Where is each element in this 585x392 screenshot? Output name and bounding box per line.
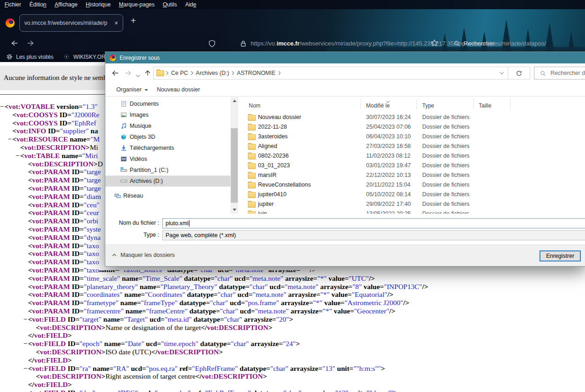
file-row[interactable]: Aligned27/03/2023 16:58Dossier de fichie… — [243, 142, 585, 151]
xml-text: /> — [369, 274, 375, 282]
organize-button[interactable]: Organiser — [116, 86, 148, 93]
search-label[interactable]: Rechercher — [464, 40, 494, 47]
new-tab-button[interactable]: + — [131, 16, 136, 26]
sidebar-item-objets-3d[interactable]: Objets 3D — [105, 131, 230, 142]
tab-close-icon[interactable]: × — [115, 19, 118, 27]
breadcrumb-item[interactable]: Archives (D:) — [196, 70, 229, 76]
bookmark-star-icon[interactable] — [430, 39, 438, 49]
collapse-toggle-icon[interactable]: − — [0, 102, 5, 111]
search-icon[interactable] — [453, 40, 460, 49]
file-name: Nouveau dossier — [258, 114, 301, 120]
sidebar-item-r-seau[interactable]: Réseau — [105, 190, 230, 201]
lock-icon[interactable] — [240, 40, 247, 49]
xml-tag: vot:PARAM — [32, 184, 70, 192]
sidebar-item-t-l-chargements[interactable]: Téléchargements — [105, 142, 230, 153]
file-row[interactable]: 2022-11-2825/04/2023 07:06Dossier de fic… — [243, 122, 585, 132]
breadcrumb-item[interactable]: ASTRONOMIE — [237, 70, 275, 76]
firefox-icon[interactable] — [6, 18, 15, 28]
collapse-toggle-icon[interactable]: − — [16, 152, 20, 160]
bookmark-wikisky[interactable]: WIKISKY.ORG — [73, 54, 109, 60]
dialog-titlebar[interactable]: Enregistrer sous — [105, 52, 585, 63]
bookmark-most-visited[interactable]: Les plus visités — [16, 54, 53, 60]
menu-item-aide[interactable]: Aide — [185, 1, 196, 8]
xml-text: = — [350, 307, 354, 315]
cube-icon — [120, 134, 127, 140]
xml-text: < — [20, 152, 24, 159]
filetype-select[interactable]: Page web, complète (*.xml) — [162, 230, 585, 240]
xml-text: < — [28, 307, 32, 315]
sidebar-item-vid-os[interactable]: Vidéos — [105, 153, 230, 165]
file-type: Dossier de fichiers — [422, 143, 470, 149]
breadcrumb[interactable]: Ce PCArchives (D:)ASTRONOMIE — [153, 67, 508, 80]
xml-attr-name: ID — [66, 364, 75, 372]
menu-item-marquepages[interactable]: Marque-pages — [119, 1, 155, 8]
xml-line: −<vot:FIELD ID="dec" name="DEC" ucd="pos… — [0, 389, 585, 392]
xml-tag: vot:INFO — [17, 127, 46, 135]
sidebar-scrollbar[interactable] — [230, 97, 238, 214]
url-text[interactable]: https://vo.imcce.fr/webservices/miriade/… — [251, 40, 546, 47]
collapse-toggle-icon[interactable]: − — [23, 389, 28, 392]
collapse-toggle-icon[interactable]: − — [23, 315, 28, 324]
file-row[interactable]: marsIR22/12/2022 10:13Dossier de fichier… — [243, 170, 585, 180]
browser-tab[interactable]: vo.imcce.fr/webservices/miriade/p × — [19, 14, 123, 32]
collapse-toggle-icon[interactable]: − — [8, 135, 12, 143]
xml-attr-name: ID — [70, 168, 80, 176]
column-header-taille[interactable]: Taille — [479, 102, 491, 109]
sidebar-item-musique[interactable]: Musique — [105, 120, 230, 131]
back-icon[interactable] — [10, 40, 18, 49]
file-row[interactable]: 0802-2023611/02/2023 08:12Dossier de fic… — [243, 151, 585, 161]
menu-item-historique[interactable]: Historique — [86, 1, 111, 8]
xml-attr-name: ref — [191, 389, 201, 392]
doc-icon — [120, 101, 127, 107]
sidebar-item-archives-d-[interactable]: Archives (D:) — [105, 176, 230, 187]
dialog-back-icon[interactable] — [111, 69, 119, 79]
folder-icon — [248, 115, 256, 121]
breadcrumb-dropdown-icon[interactable] — [499, 71, 504, 75]
hide-folders-button[interactable]: Masquer les dossiers — [112, 252, 175, 258]
file-row[interactable]: juin13/05/2022 20:25Dossier de fichiers — [243, 209, 585, 214]
xml-attr-value: "Planetary_Theory" — [161, 283, 218, 290]
column-separator — [417, 99, 417, 109]
menu-item-outils[interactable]: Outils — [163, 1, 177, 8]
xml-attr-value: "target" — [80, 315, 102, 323]
file-row[interactable]: jupiter041005/10/2022 08:14Dossier de fi… — [243, 190, 585, 199]
dialog-search-input[interactable]: Rechercher d — [534, 67, 585, 80]
save-button[interactable]: Enregistrer — [539, 250, 581, 261]
file-row[interactable]: 3asteroides06/04/2023 10:10Dossier de fi… — [243, 132, 585, 142]
breadcrumb-item[interactable]: Ce PC — [171, 70, 188, 76]
new-folder-button[interactable]: Nouveau dossier — [157, 86, 200, 93]
xml-attr-value: "char" — [270, 364, 288, 372]
xml-tag: vot:PARAM — [32, 176, 70, 184]
xml-attr-name: ID — [66, 340, 75, 347]
column-header-type[interactable]: Type — [422, 102, 434, 109]
xml-text: > — [68, 356, 72, 364]
scroll-up-icon[interactable] — [230, 97, 238, 105]
shield-icon[interactable] — [208, 40, 216, 49]
xml-attr-value: "taxo — [84, 266, 99, 274]
menu-item-affichage[interactable]: Affichage — [55, 1, 78, 8]
collapse-toggle-icon[interactable]: − — [23, 364, 28, 373]
file-row[interactable]: 03_01_202303/01/2023 19:47Dossier de fic… — [243, 161, 585, 170]
xml-attr-name: ID — [70, 242, 80, 250]
menu-item-fichier[interactable]: Fichier — [5, 1, 21, 8]
column-header-nom[interactable]: Nom — [249, 102, 260, 109]
scroll-down-icon[interactable] — [230, 206, 238, 214]
menu-item-dition[interactable]: Édition — [29, 1, 46, 8]
filename-input[interactable]: pluto.xml — [162, 218, 585, 228]
file-row[interactable]: Nouveau dossier30/07/2023 16:24Dossier d… — [243, 113, 585, 122]
history-dropdown-icon[interactable] — [136, 71, 140, 80]
sidebar-item-images[interactable]: Images — [105, 109, 230, 120]
file-row[interactable]: jupiter29/09/2022 17:40Dossier de fichie… — [243, 199, 585, 209]
sidebar-item-documents[interactable]: Documents — [105, 98, 230, 109]
sidebar-item-partition-1-c-[interactable]: Partition_1 (C:) — [105, 165, 230, 176]
scrollbar-thumb[interactable] — [231, 128, 238, 203]
xml-text: > — [381, 364, 385, 372]
collapse-toggle-icon[interactable]: − — [23, 340, 28, 348]
file-row[interactable]: RevueConstellations20/11/2022 15:04Dossi… — [243, 180, 585, 190]
forward-icon[interactable] — [27, 40, 35, 49]
xml-attr-name: arraysize — [267, 270, 297, 273]
up-folder-icon[interactable] — [144, 69, 151, 79]
refresh-button[interactable] — [508, 67, 530, 80]
dialog-forward-icon[interactable] — [125, 69, 132, 79]
search-icon — [540, 70, 546, 76]
